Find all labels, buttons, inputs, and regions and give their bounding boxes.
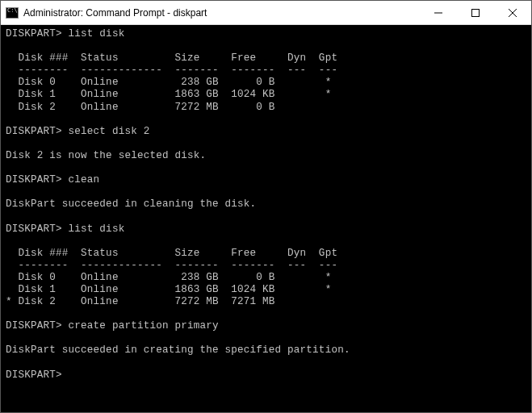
terminal-output[interactable]: DISKPART> list disk Disk ### Status Size… bbox=[1, 25, 531, 412]
command-prompt-window: C:\. Administrator: Command Prompt - dis… bbox=[0, 0, 532, 413]
app-icon: C:\. bbox=[6, 7, 19, 19]
window-controls bbox=[420, 1, 531, 24]
titlebar: C:\. Administrator: Command Prompt - dis… bbox=[1, 1, 531, 25]
maximize-button[interactable] bbox=[457, 1, 494, 24]
window-title: Administrator: Command Prompt - diskpart bbox=[23, 7, 420, 19]
close-button[interactable] bbox=[494, 1, 531, 24]
minimize-button[interactable] bbox=[420, 1, 457, 24]
svg-rect-1 bbox=[472, 9, 480, 16]
